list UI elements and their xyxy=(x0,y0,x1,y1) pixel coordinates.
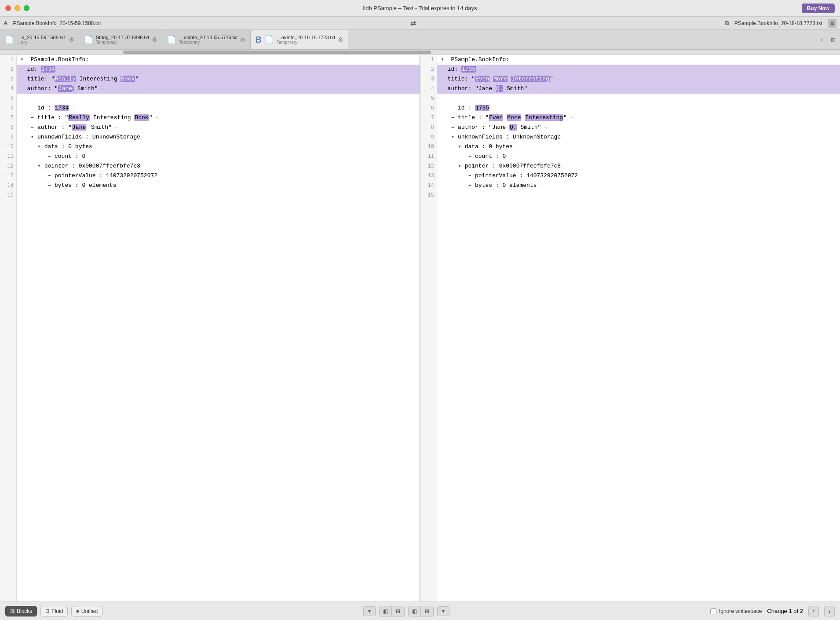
line-num-right-6: 6 xyxy=(420,103,434,113)
sidebar-right-button[interactable]: ▥ xyxy=(828,34,838,45)
doc-tab-1[interactable]: 📄 …o_20-15-59.1588.txt …ary ⚙ xyxy=(0,30,79,49)
line-num-right-11: 11 xyxy=(420,152,434,161)
close-button[interactable] xyxy=(5,5,11,11)
gear-icon-4[interactable]: ⚙ xyxy=(338,36,343,43)
line-num-right-5: 5 xyxy=(420,94,434,103)
right-line-10-text: ▾ data : 0 bytes xyxy=(441,142,513,152)
left-line-4: author: "Jane Smith" ¬ xyxy=(17,84,420,94)
line-num-left-10: 10 xyxy=(0,142,14,152)
file-bar: A PSample.BookInfo_20-15-59.1588.txt ⇄ B… xyxy=(0,17,840,30)
file-b-label: B xyxy=(725,20,729,26)
right-line-13-text: – pointerValue : 140732920752072 xyxy=(441,171,578,181)
doc-tab-3[interactable]: 📄 …okInfo_20-18-05.5716.txt Temporary ⚙ xyxy=(162,30,251,49)
ignore-whitespace-toggle[interactable]: Ignore whitespace xyxy=(710,608,762,614)
right-line-12: ▾ pointer : 0x00007ffeefbfe7c8 xyxy=(437,161,840,171)
line-num-right-2: 2 xyxy=(420,65,434,74)
file-bar-right: ▦ xyxy=(828,19,836,28)
line-num-right-1: 1 xyxy=(420,55,434,65)
horizontal-scrollbar[interactable] xyxy=(0,50,840,55)
left-line-11: – count : 0 xyxy=(17,152,420,161)
next-change-button[interactable]: ↓ xyxy=(824,606,835,616)
line-num-left-8: 8 xyxy=(0,123,14,132)
expand-right-button[interactable]: › xyxy=(816,34,827,45)
right-line-1-text: ▾ PSample.BookInfo: xyxy=(441,55,509,65)
line-num-left-15: 15 xyxy=(0,190,14,200)
blocks-view-button[interactable]: ▥ Blocks xyxy=(5,606,37,616)
right-diff-content[interactable]: ▾ PSample.BookInfo: id: 1735 ¬ title: "E… xyxy=(437,55,840,602)
blocks-label: Blocks xyxy=(17,608,32,614)
fluid-label: Fluid xyxy=(51,608,63,614)
right-line-2-text: id: 1735 ¬ xyxy=(441,65,482,74)
left-line-11-text: – count : 0 xyxy=(20,152,85,161)
doc-tab-info-4: …okInfo_20-18-18.7723.txt Temporary xyxy=(277,35,335,45)
ignore-whitespace-label: Ignore whitespace xyxy=(719,608,762,614)
align-left-button[interactable]: ◧ xyxy=(380,606,392,616)
gear-icon-1[interactable]: ⚙ xyxy=(69,36,74,43)
doc-tab-sub-4: Temporary xyxy=(277,40,335,45)
gear-icon-3[interactable]: ⚙ xyxy=(240,36,246,43)
left-line-9: ▾ unknownFields : UnknownStorage xyxy=(17,132,420,142)
gear-icon-2[interactable]: ⚙ xyxy=(152,36,157,43)
dropdown-btn-1[interactable]: ▾ xyxy=(363,606,376,616)
buy-now-button[interactable]: Buy Now xyxy=(802,4,835,13)
minimize-button[interactable] xyxy=(15,5,20,11)
align-center-button[interactable]: ⊟ xyxy=(392,606,404,616)
doc-tab-info-2: String_20-17-37.8898.txt Temporary xyxy=(96,35,149,45)
left-line-2-text: id: 1734 ¬ xyxy=(20,65,61,74)
whitespace-checkbox[interactable] xyxy=(710,608,716,614)
right-line-4: author: "Jane Q. Smith" ¬ xyxy=(437,84,840,94)
fluid-view-button[interactable]: ⊡ Fluid xyxy=(40,606,68,616)
doc-tab-sub-3: Temporary xyxy=(179,40,237,45)
maximize-button[interactable] xyxy=(24,5,29,11)
left-line-5 xyxy=(17,94,420,103)
highlight-more-2: More xyxy=(507,114,521,121)
line-num-left-5: 5 xyxy=(0,94,14,103)
right-line-3: title: "Even More Interesting" ¬ xyxy=(437,74,840,84)
nav-next-button[interactable]: ⊟ xyxy=(421,606,433,616)
line-num-left-4: 4 xyxy=(0,84,14,94)
file-a-label: A xyxy=(4,20,7,26)
scroll-thumb[interactable] xyxy=(123,51,431,54)
right-line-2: id: 1735 ¬ xyxy=(437,65,840,74)
right-line-9-text: ▾ unknownFields : UnknownStorage xyxy=(441,132,561,142)
right-line-14: – bytes : 0 elements xyxy=(437,181,840,190)
left-line-12: ▾ pointer : 0x00007ffeefbfe7c8 xyxy=(17,161,420,171)
right-line-5 xyxy=(437,94,840,103)
highlight-book-2: Book xyxy=(134,114,149,121)
highlight-1735: 1735 xyxy=(461,66,476,73)
left-line-8: – author : "Jane Smith" ¬ xyxy=(17,123,420,132)
right-line-4-text: author: "Jane Q. Smith" ¬ xyxy=(441,84,533,94)
doc-tab-name-4: …okInfo_20-18-18.7723.txt xyxy=(277,35,335,40)
dropdown-btn-2[interactable]: ▾ xyxy=(437,606,449,616)
highlight-1734: 1734 xyxy=(41,66,55,73)
doc-tab-4[interactable]: B 📄 …okInfo_20-18-18.7723.txt Temporary … xyxy=(251,30,348,49)
line-num-left-7: 7 xyxy=(0,113,14,123)
highlight-interesting: Interesting xyxy=(511,76,550,82)
bottom-toolbar: ▥ Blocks ⊡ Fluid ≡ Unified ▾ ◧ ⊟ ◧ ⊟ ▾ I… xyxy=(0,602,840,620)
right-line-8-text: – author : "Jane Q. Smith" ¬ xyxy=(441,123,547,132)
left-line-numbers: 1 2 3 4 5 6 7 8 9 10 11 12 13 14 15 xyxy=(0,55,17,602)
nav-buttons: ◧ ⊟ xyxy=(408,606,434,616)
nav-prev-button[interactable]: ◧ xyxy=(409,606,421,616)
doc-tab-2[interactable]: 📄 String_20-17-37.8898.txt Temporary ⚙ xyxy=(79,30,162,49)
line-num-right-13: 13 xyxy=(420,171,434,181)
sidebar-toggle-button[interactable]: ▦ xyxy=(828,19,836,28)
doc-tab-name-1: …o_20-15-59.1588.txt xyxy=(17,35,65,40)
unified-view-button[interactable]: ≡ Unified xyxy=(71,606,102,616)
highlight-more: More xyxy=(493,76,508,82)
highlight-jane-2: Jane xyxy=(72,124,86,131)
diff-container: 1 2 3 4 5 6 7 8 9 10 11 12 13 14 15 ▾ PS… xyxy=(0,55,840,602)
align-buttons: ◧ ⊟ xyxy=(379,606,405,616)
doc-tab-info-1: …o_20-15-59.1588.txt …ary xyxy=(17,35,65,45)
left-line-2: id: 1734 ¬ xyxy=(17,65,420,74)
right-line-14-text: – bytes : 0 elements xyxy=(441,181,537,190)
left-line-10-text: ▾ data : 0 bytes xyxy=(20,142,92,152)
left-diff-content[interactable]: ▾ PSample.BookInfo: id: 1734 ¬ title: "R… xyxy=(17,55,420,602)
prev-change-button[interactable]: ↑ xyxy=(808,606,819,616)
fluid-icon: ⊡ xyxy=(45,608,49,614)
right-line-15 xyxy=(437,190,840,200)
swap-icon[interactable]: ⇄ xyxy=(410,19,416,27)
right-line-11-text: – count : 0 xyxy=(441,152,506,161)
left-line-14-text: – bytes : 0 elements xyxy=(20,181,116,190)
right-pane: 1 2 3 4 5 6 7 8 9 10 11 12 13 14 15 ▾ PS… xyxy=(420,55,840,602)
